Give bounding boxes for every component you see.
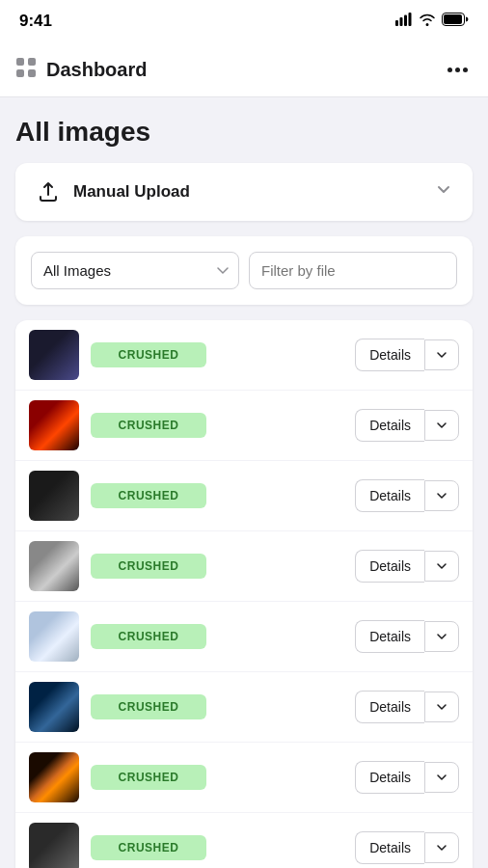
details-button[interactable]: Details <box>355 339 424 371</box>
row-dropdown-button[interactable] <box>424 339 459 370</box>
upload-left: Manual Upload <box>35 178 190 205</box>
status-badge: CRUSHED <box>91 342 206 367</box>
image-thumbnail <box>29 682 79 732</box>
image-list-row: CRUSHED Details <box>15 320 473 391</box>
row-actions: Details <box>355 831 459 864</box>
status-icons <box>395 13 469 30</box>
image-list-row: CRUSHED Details <box>15 743 473 813</box>
status-badge: CRUSHED <box>91 413 206 438</box>
status-bar: 9:41 <box>0 0 488 42</box>
details-button[interactable]: Details <box>355 479 424 512</box>
row-dropdown-button[interactable] <box>424 410 459 441</box>
upload-label: Manual Upload <box>73 182 190 202</box>
images-list: CRUSHED Details CRUSHED Details CRUSHED … <box>15 320 473 868</box>
page-title: All images <box>15 117 473 148</box>
row-actions: Details <box>355 409 459 442</box>
image-list-row: CRUSHED Details <box>15 672 473 743</box>
row-dropdown-button[interactable] <box>424 621 459 652</box>
status-badge: CRUSHED <box>91 835 206 860</box>
wifi-icon <box>419 13 436 30</box>
image-thumbnail <box>29 400 79 450</box>
svg-rect-0 <box>395 20 398 26</box>
row-actions: Details <box>355 479 459 512</box>
status-badge: CRUSHED <box>91 624 206 649</box>
row-actions: Details <box>355 691 459 723</box>
image-list-row: CRUSHED Details <box>15 602 473 672</box>
row-actions: Details <box>355 339 459 371</box>
image-thumbnail <box>29 752 79 802</box>
signal-icon <box>395 13 413 30</box>
image-thumbnail <box>29 611 79 662</box>
image-thumbnail <box>29 541 79 591</box>
image-list-row: CRUSHED Details <box>15 391 473 461</box>
row-actions: Details <box>355 550 459 583</box>
details-button[interactable]: Details <box>355 831 424 864</box>
manual-upload-card[interactable]: Manual Upload <box>15 163 473 221</box>
header: Dashboard <box>0 42 488 97</box>
svg-rect-8 <box>16 69 24 77</box>
svg-rect-7 <box>28 58 36 66</box>
details-button[interactable]: Details <box>355 620 424 653</box>
image-thumbnail <box>29 823 79 868</box>
details-button[interactable]: Details <box>355 761 424 794</box>
row-dropdown-button[interactable] <box>424 762 459 793</box>
dashboard-grid-icon <box>15 57 37 82</box>
details-button[interactable]: Details <box>355 691 424 723</box>
row-dropdown-button[interactable] <box>424 832 459 863</box>
dots-icon <box>447 68 468 72</box>
status-badge: CRUSHED <box>91 694 206 719</box>
row-actions: Details <box>355 761 459 794</box>
status-badge: CRUSHED <box>91 483 206 508</box>
status-badge: CRUSHED <box>91 765 206 790</box>
battery-icon <box>442 13 469 30</box>
more-options-button[interactable] <box>442 54 473 85</box>
page-title-section: All images <box>0 97 488 163</box>
status-time: 9:41 <box>19 12 52 31</box>
status-badge: CRUSHED <box>91 554 206 579</box>
filter-row: All Images <box>31 252 457 289</box>
details-button[interactable]: Details <box>355 409 424 442</box>
svg-rect-1 <box>400 17 403 26</box>
header-title: Dashboard <box>46 59 147 81</box>
images-filter-select[interactable]: All Images <box>31 252 239 289</box>
row-dropdown-button[interactable] <box>424 692 459 722</box>
file-filter-input[interactable] <box>249 252 457 289</box>
header-left: Dashboard <box>15 57 147 82</box>
row-actions: Details <box>355 620 459 653</box>
image-list-row: CRUSHED Details <box>15 813 473 868</box>
image-thumbnail <box>29 330 79 380</box>
svg-rect-3 <box>409 13 412 26</box>
filter-section: All Images <box>15 236 473 305</box>
row-dropdown-button[interactable] <box>424 480 459 511</box>
row-dropdown-button[interactable] <box>424 551 459 582</box>
image-list-row: CRUSHED Details <box>15 531 473 602</box>
svg-rect-2 <box>404 15 407 27</box>
details-button[interactable]: Details <box>355 550 424 583</box>
svg-rect-6 <box>16 58 24 66</box>
chevron-down-icon <box>434 180 453 204</box>
svg-rect-9 <box>28 69 36 77</box>
image-thumbnail <box>29 471 79 521</box>
image-list-row: CRUSHED Details <box>15 461 473 531</box>
svg-rect-5 <box>444 14 462 24</box>
upload-icon <box>35 178 62 205</box>
